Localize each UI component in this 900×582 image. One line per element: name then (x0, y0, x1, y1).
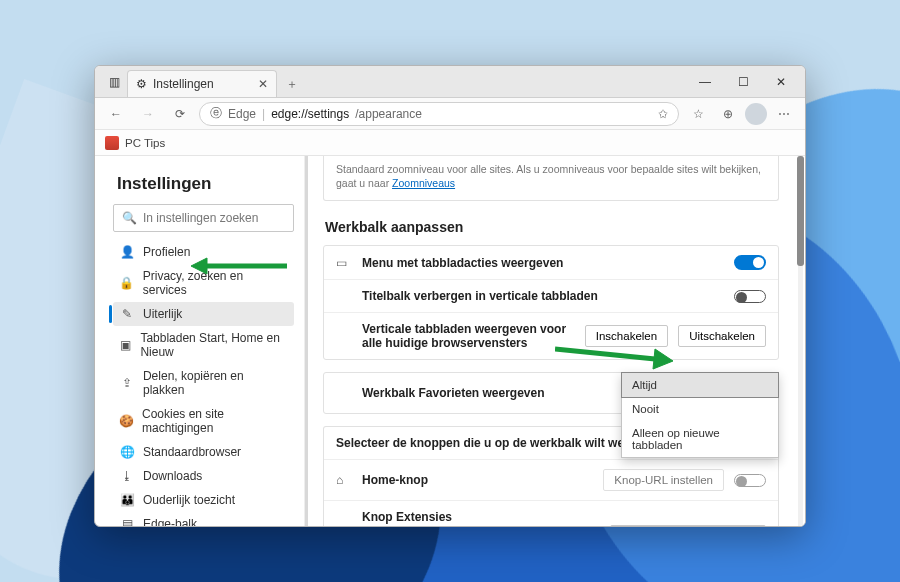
sidebar-item-profielen[interactable]: 👤Profielen (113, 240, 294, 264)
sidebar-item-label: Tabbladen Start, Home en Nieuw (140, 331, 288, 359)
disable-button[interactable]: Uitschakelen (678, 325, 766, 347)
set-home-url-button[interactable]: Knop-URL instellen (603, 469, 724, 491)
sidebar-item-label: Privacy, zoeken en services (143, 269, 288, 297)
settings-content: Instellingen 🔍 In instellingen zoeken 👤P… (95, 156, 805, 526)
toolbar-panel-1: ▭ Menu met tabbladacties weergeven Titel… (323, 245, 779, 360)
profile-avatar[interactable] (745, 103, 767, 125)
new-tab-button[interactable]: ＋ (279, 71, 305, 97)
refresh-button[interactable]: ⟳ (167, 101, 193, 127)
sidebar-item-uiterlijk[interactable]: ✎Uiterlijk (113, 302, 294, 326)
row-tab-actions: ▭ Menu met tabbladacties weergeven (324, 246, 778, 279)
edge-settings-window: ▥ ⚙ Instellingen ✕ ＋ — ☐ ✕ ← → ⟳ ⓔ Edge … (94, 65, 806, 527)
sidebar-item-downloads[interactable]: ⭳Downloads (113, 464, 294, 488)
dropdown-option-new-tabs[interactable]: Alleen op nieuwe tabbladen (622, 421, 778, 457)
toggle-hide-titlebar[interactable] (734, 290, 766, 303)
row-vertical-tabs: Verticale tabbladen weergeven voor alle … (324, 312, 778, 359)
sidebar-item-privacy-zoeken-en-services[interactable]: 🔒Privacy, zoeken en services (113, 264, 294, 302)
sidebar-item-cookies-en-site-machtigingen[interactable]: 🍪Cookies en site machtigingen (113, 402, 294, 440)
settings-main: Standaard zoomniveau voor alle sites. Al… (305, 156, 805, 526)
sidebar-item-label: Profielen (143, 245, 190, 259)
tab-actions-menu-icon[interactable]: ▥ (101, 66, 127, 97)
extensions-display-select[interactable]: Automatisch weergeven▾ (610, 525, 766, 526)
settings-search-input[interactable]: 🔍 In instellingen zoeken (113, 204, 294, 232)
cookie-icon: 🍪 (119, 414, 134, 428)
zoom-hint: Standaard zoomniveau voor alle sites. Al… (323, 156, 779, 201)
address-bar[interactable]: ⓔ Edge | edge://settings/appearance ✩ (199, 102, 679, 126)
back-button[interactable]: ← (103, 101, 129, 127)
window-icon: ▣ (119, 338, 132, 352)
sidebar-item-label: Cookies en site machtigingen (142, 407, 288, 435)
search-placeholder: In instellingen zoeken (143, 211, 258, 225)
url-prefix: Edge (228, 107, 256, 121)
sidebar-item-label: Uiterlijk (143, 307, 182, 321)
dropdown-option-always[interactable]: Altijd (621, 372, 779, 398)
settings-sidebar: Instellingen 🔍 In instellingen zoeken 👤P… (95, 156, 305, 526)
section-title-toolbar: Werkbalk aanpassen (325, 219, 779, 235)
url-host: edge://settings (271, 107, 349, 121)
share-icon: ⇪ (119, 376, 135, 390)
tab-settings[interactable]: ⚙ Instellingen ✕ (127, 70, 277, 97)
lock-icon: 🔒 (119, 276, 135, 290)
favorites-icon[interactable]: ☆ (685, 101, 711, 127)
tab-title: Instellingen (153, 77, 214, 91)
window-controls: — ☐ ✕ (687, 66, 799, 97)
family-icon: 👪 (119, 493, 135, 507)
bookmark-pc-tips[interactable]: PC Tips (125, 137, 165, 149)
favorites-toolbar-dropdown[interactable]: Altijd Nooit Alleen op nieuwe tabbladen (621, 372, 779, 458)
close-window-button[interactable]: ✕ (763, 66, 799, 97)
row-home-button: ⌂ Home-knop Knop-URL instellen (324, 459, 778, 500)
row-extensions-button: ❐ Knop Extensies De knop Extensies wordt… (324, 500, 778, 526)
minimize-button[interactable]: — (687, 66, 723, 97)
site-identity-icon: ⓔ (210, 105, 222, 122)
sidebar-item-label: Standaardbrowser (143, 445, 241, 459)
row-hide-titlebar: Titelbalk verbergen in verticale tabblad… (324, 279, 778, 312)
reading-mode-icon[interactable]: ✩ (658, 107, 668, 121)
sidebar-item-delen-kopi-ren-en-plakken[interactable]: ⇪Delen, kopiëren en plakken (113, 364, 294, 402)
sidebar-item-label: Downloads (143, 469, 202, 483)
sidebar-item-standaardbrowser[interactable]: 🌐Standaardbrowser (113, 440, 294, 464)
more-menu-icon[interactable]: ⋯ (771, 101, 797, 127)
sidebar-title: Instellingen (117, 174, 294, 194)
close-tab-icon[interactable]: ✕ (258, 77, 268, 91)
dropdown-option-never[interactable]: Nooit (622, 397, 778, 421)
sidebar-item-label: Delen, kopiëren en plakken (143, 369, 288, 397)
search-icon: 🔍 (122, 211, 137, 225)
zoom-levels-link[interactable]: Zoomniveaus (392, 177, 455, 189)
edge-icon: ▤ (119, 517, 135, 526)
download-icon: ⭳ (119, 469, 135, 483)
nav-toolbar: ← → ⟳ ⓔ Edge | edge://settings/appearanc… (95, 98, 805, 130)
collections-icon[interactable]: ⊕ (715, 101, 741, 127)
bookmark-favicon (105, 136, 119, 150)
scrollbar-thumb[interactable] (797, 156, 804, 266)
forward-button[interactable]: → (135, 101, 161, 127)
gear-icon: ⚙ (136, 77, 147, 91)
sidebar-item-edge-balk[interactable]: ▤Edge-balk (113, 512, 294, 526)
brush-icon: ✎ (119, 307, 135, 321)
home-icon: ⌂ (336, 473, 352, 487)
person-icon: 👤 (119, 245, 135, 259)
sidebar-item-ouderlijk-toezicht[interactable]: 👪Ouderlijk toezicht (113, 488, 294, 512)
window-icon: ▭ (336, 256, 352, 270)
sidebar-item-label: Edge-balk (143, 517, 197, 526)
browser-icon: 🌐 (119, 445, 135, 459)
sidebar-item-label: Ouderlijk toezicht (143, 493, 235, 507)
url-path: /appearance (355, 107, 422, 121)
toggle-home-button[interactable] (734, 474, 766, 487)
enable-button[interactable]: Inschakelen (585, 325, 668, 347)
sidebar-item-tabbladen-start-home-en-nieuw[interactable]: ▣Tabbladen Start, Home en Nieuw (113, 326, 294, 364)
bookmarks-bar: PC Tips (95, 130, 805, 156)
toggle-tab-actions[interactable] (734, 255, 766, 270)
maximize-button[interactable]: ☐ (725, 66, 761, 97)
tab-strip: ▥ ⚙ Instellingen ✕ ＋ — ☐ ✕ (95, 66, 805, 98)
